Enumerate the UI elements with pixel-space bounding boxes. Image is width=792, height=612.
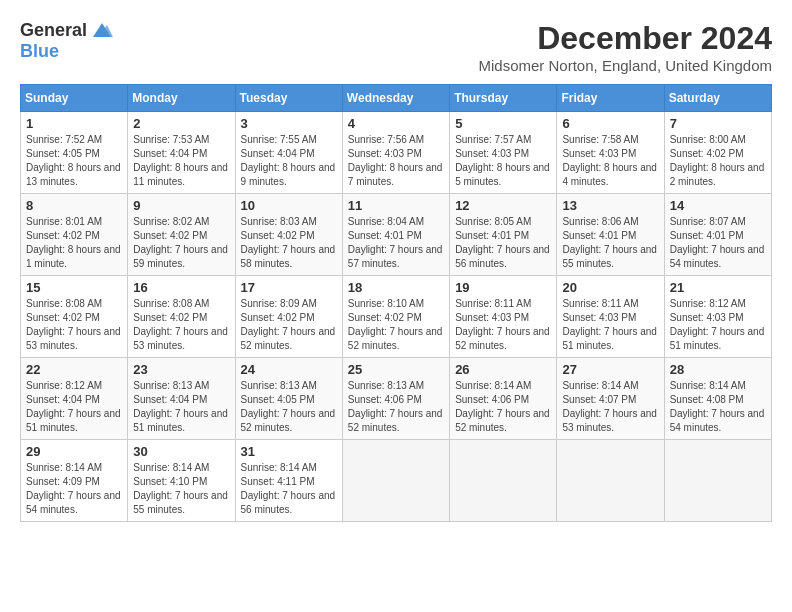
sunset-text: Sunset: 4:02 PM <box>241 229 337 243</box>
sunrise-text: Sunrise: 8:01 AM <box>26 215 122 229</box>
sunset-text: Sunset: 4:02 PM <box>26 311 122 325</box>
calendar-day-cell: 19 Sunrise: 8:11 AM Sunset: 4:03 PM Dayl… <box>450 276 557 358</box>
day-info: Sunrise: 8:14 AM Sunset: 4:09 PM Dayligh… <box>26 461 122 517</box>
day-number: 7 <box>670 116 766 131</box>
calendar-day-cell: 13 Sunrise: 8:06 AM Sunset: 4:01 PM Dayl… <box>557 194 664 276</box>
day-number: 4 <box>348 116 444 131</box>
sunset-text: Sunset: 4:03 PM <box>562 147 658 161</box>
sunrise-text: Sunrise: 8:08 AM <box>26 297 122 311</box>
calendar-table: SundayMondayTuesdayWednesdayThursdayFrid… <box>20 84 772 522</box>
month-title: December 2024 <box>479 20 772 57</box>
day-info: Sunrise: 8:10 AM Sunset: 4:02 PM Dayligh… <box>348 297 444 353</box>
sunrise-text: Sunrise: 8:14 AM <box>670 379 766 393</box>
sunset-text: Sunset: 4:02 PM <box>133 229 229 243</box>
logo-blue-text: Blue <box>20 41 59 61</box>
day-number: 3 <box>241 116 337 131</box>
day-info: Sunrise: 8:07 AM Sunset: 4:01 PM Dayligh… <box>670 215 766 271</box>
day-number: 2 <box>133 116 229 131</box>
calendar-day-cell: 10 Sunrise: 8:03 AM Sunset: 4:02 PM Dayl… <box>235 194 342 276</box>
calendar-day-header: Saturday <box>664 85 771 112</box>
daylight-text: Daylight: 8 hours and 1 minute. <box>26 243 122 271</box>
day-number: 24 <box>241 362 337 377</box>
sunset-text: Sunset: 4:04 PM <box>133 393 229 407</box>
sunset-text: Sunset: 4:05 PM <box>241 393 337 407</box>
calendar-day-cell: 5 Sunrise: 7:57 AM Sunset: 4:03 PM Dayli… <box>450 112 557 194</box>
sunset-text: Sunset: 4:03 PM <box>562 311 658 325</box>
daylight-text: Daylight: 7 hours and 58 minutes. <box>241 243 337 271</box>
calendar-day-cell: 18 Sunrise: 8:10 AM Sunset: 4:02 PM Dayl… <box>342 276 449 358</box>
calendar-week-row: 22 Sunrise: 8:12 AM Sunset: 4:04 PM Dayl… <box>21 358 772 440</box>
calendar-day-cell: 30 Sunrise: 8:14 AM Sunset: 4:10 PM Dayl… <box>128 440 235 522</box>
calendar-day-cell: 24 Sunrise: 8:13 AM Sunset: 4:05 PM Dayl… <box>235 358 342 440</box>
sunrise-text: Sunrise: 7:58 AM <box>562 133 658 147</box>
day-info: Sunrise: 7:53 AM Sunset: 4:04 PM Dayligh… <box>133 133 229 189</box>
day-number: 31 <box>241 444 337 459</box>
daylight-text: Daylight: 7 hours and 52 minutes. <box>348 325 444 353</box>
day-info: Sunrise: 8:11 AM Sunset: 4:03 PM Dayligh… <box>455 297 551 353</box>
location-title: Midsomer Norton, England, United Kingdom <box>479 57 772 74</box>
daylight-text: Daylight: 7 hours and 52 minutes. <box>455 325 551 353</box>
calendar-day-header: Sunday <box>21 85 128 112</box>
day-number: 15 <box>26 280 122 295</box>
calendar-day-cell: 23 Sunrise: 8:13 AM Sunset: 4:04 PM Dayl… <box>128 358 235 440</box>
sunrise-text: Sunrise: 8:14 AM <box>455 379 551 393</box>
day-info: Sunrise: 8:04 AM Sunset: 4:01 PM Dayligh… <box>348 215 444 271</box>
day-number: 30 <box>133 444 229 459</box>
sunset-text: Sunset: 4:01 PM <box>455 229 551 243</box>
day-info: Sunrise: 8:06 AM Sunset: 4:01 PM Dayligh… <box>562 215 658 271</box>
calendar-day-cell: 11 Sunrise: 8:04 AM Sunset: 4:01 PM Dayl… <box>342 194 449 276</box>
day-info: Sunrise: 8:03 AM Sunset: 4:02 PM Dayligh… <box>241 215 337 271</box>
logo-icon <box>91 21 113 39</box>
calendar-day-cell: 6 Sunrise: 7:58 AM Sunset: 4:03 PM Dayli… <box>557 112 664 194</box>
daylight-text: Daylight: 7 hours and 51 minutes. <box>133 407 229 435</box>
daylight-text: Daylight: 7 hours and 54 minutes. <box>670 407 766 435</box>
day-number: 20 <box>562 280 658 295</box>
sunset-text: Sunset: 4:10 PM <box>133 475 229 489</box>
calendar-week-row: 15 Sunrise: 8:08 AM Sunset: 4:02 PM Dayl… <box>21 276 772 358</box>
sunset-text: Sunset: 4:01 PM <box>348 229 444 243</box>
day-info: Sunrise: 7:58 AM Sunset: 4:03 PM Dayligh… <box>562 133 658 189</box>
calendar-day-cell: 22 Sunrise: 8:12 AM Sunset: 4:04 PM Dayl… <box>21 358 128 440</box>
day-info: Sunrise: 8:14 AM Sunset: 4:10 PM Dayligh… <box>133 461 229 517</box>
calendar-week-row: 1 Sunrise: 7:52 AM Sunset: 4:05 PM Dayli… <box>21 112 772 194</box>
sunrise-text: Sunrise: 8:07 AM <box>670 215 766 229</box>
sunset-text: Sunset: 4:03 PM <box>455 311 551 325</box>
daylight-text: Daylight: 8 hours and 5 minutes. <box>455 161 551 189</box>
calendar-day-cell: 28 Sunrise: 8:14 AM Sunset: 4:08 PM Dayl… <box>664 358 771 440</box>
calendar-day-cell: 9 Sunrise: 8:02 AM Sunset: 4:02 PM Dayli… <box>128 194 235 276</box>
calendar-day-cell <box>342 440 449 522</box>
sunset-text: Sunset: 4:04 PM <box>241 147 337 161</box>
sunrise-text: Sunrise: 8:14 AM <box>133 461 229 475</box>
sunset-text: Sunset: 4:02 PM <box>133 311 229 325</box>
daylight-text: Daylight: 7 hours and 53 minutes. <box>26 325 122 353</box>
sunset-text: Sunset: 4:02 PM <box>241 311 337 325</box>
sunset-text: Sunset: 4:08 PM <box>670 393 766 407</box>
sunset-text: Sunset: 4:01 PM <box>670 229 766 243</box>
day-number: 14 <box>670 198 766 213</box>
sunset-text: Sunset: 4:07 PM <box>562 393 658 407</box>
day-info: Sunrise: 7:55 AM Sunset: 4:04 PM Dayligh… <box>241 133 337 189</box>
daylight-text: Daylight: 7 hours and 52 minutes. <box>241 325 337 353</box>
day-number: 25 <box>348 362 444 377</box>
sunset-text: Sunset: 4:04 PM <box>26 393 122 407</box>
calendar-day-cell: 31 Sunrise: 8:14 AM Sunset: 4:11 PM Dayl… <box>235 440 342 522</box>
calendar-day-cell: 21 Sunrise: 8:12 AM Sunset: 4:03 PM Dayl… <box>664 276 771 358</box>
sunrise-text: Sunrise: 7:55 AM <box>241 133 337 147</box>
sunrise-text: Sunrise: 8:06 AM <box>562 215 658 229</box>
sunrise-text: Sunrise: 8:05 AM <box>455 215 551 229</box>
day-number: 11 <box>348 198 444 213</box>
calendar-day-cell <box>450 440 557 522</box>
sunrise-text: Sunrise: 7:52 AM <box>26 133 122 147</box>
day-number: 10 <box>241 198 337 213</box>
day-number: 19 <box>455 280 551 295</box>
sunrise-text: Sunrise: 8:02 AM <box>133 215 229 229</box>
sunrise-text: Sunrise: 7:57 AM <box>455 133 551 147</box>
day-number: 12 <box>455 198 551 213</box>
sunset-text: Sunset: 4:11 PM <box>241 475 337 489</box>
day-number: 1 <box>26 116 122 131</box>
daylight-text: Daylight: 7 hours and 54 minutes. <box>670 243 766 271</box>
day-info: Sunrise: 8:01 AM Sunset: 4:02 PM Dayligh… <box>26 215 122 271</box>
day-info: Sunrise: 8:13 AM Sunset: 4:05 PM Dayligh… <box>241 379 337 435</box>
sunset-text: Sunset: 4:03 PM <box>670 311 766 325</box>
day-number: 13 <box>562 198 658 213</box>
